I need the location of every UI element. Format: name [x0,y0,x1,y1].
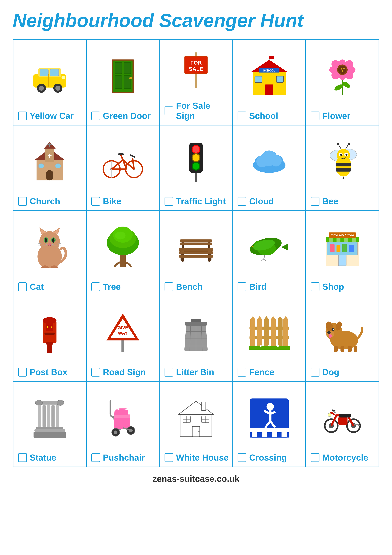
checkbox-post-box[interactable] [18,368,27,377]
cell-church: Church [13,125,86,211]
label-church: Church [30,196,60,206]
svg-line-78 [121,155,123,160]
label-bench: Bench [176,282,203,292]
checkbox-for-sale-sign[interactable] [164,106,173,115]
checkbox-statue[interactable] [18,453,27,462]
svg-rect-54 [47,144,52,145]
checkbox-crossing[interactable] [238,453,246,462]
checkbox-tree[interactable] [91,282,100,291]
checkbox-pushchair[interactable] [91,453,100,462]
cell-white-house: White House [159,381,233,467]
svg-rect-257 [282,428,287,437]
cell-fence: Fence [233,296,306,381]
svg-point-214 [329,334,332,338]
svg-rect-140 [179,255,213,257]
svg-rect-194 [264,319,269,347]
svg-rect-254 [252,428,257,437]
checkbox-road-sign[interactable] [91,368,100,377]
checkbox-bike[interactable] [91,197,100,206]
cell-dog: Dog [306,296,379,381]
checkbox-flower[interactable] [311,111,320,120]
cell-green-door: Green Door [86,40,159,125]
svg-marker-201 [283,316,288,319]
svg-rect-157 [336,237,340,242]
svg-rect-8 [62,76,65,79]
checkbox-motorcycle[interactable] [311,453,320,462]
checkbox-yellow-car[interactable] [18,111,27,120]
footer-text: zenas-suitcase.co.uk [13,474,379,484]
svg-point-108 [337,143,339,145]
checkbox-shop[interactable] [311,282,320,291]
cell-school: SCHOOL School [233,40,306,125]
svg-rect-27 [269,56,274,59]
svg-point-7 [56,86,60,90]
svg-point-211 [327,331,330,334]
svg-rect-229 [34,432,66,438]
svg-point-213 [333,329,334,330]
checkbox-traffic-light[interactable] [164,197,173,206]
svg-rect-100 [336,163,351,166]
checkbox-bench[interactable] [164,282,173,291]
checkbox-white-house[interactable] [164,453,173,462]
svg-point-121 [52,238,55,242]
checkbox-litter-bin[interactable] [164,368,173,377]
cell-road-sign: GIVE WAY Road Sign [86,296,159,381]
checkbox-bee[interactable] [311,197,320,206]
label-road-sign: Road Sign [103,367,146,377]
svg-point-203 [260,345,262,347]
label-litter-bin: Litter Bin [176,367,214,377]
label-for-sale-sign: For Sale Sign [176,101,229,121]
checkbox-fence[interactable] [238,368,246,377]
checkbox-cat[interactable] [18,282,27,291]
checkbox-green-door[interactable] [91,111,100,120]
svg-rect-30 [276,76,284,82]
checkbox-dog[interactable] [311,368,320,377]
cell-tree: Tree [86,211,159,296]
svg-text:ER: ER [47,325,52,329]
svg-rect-141 [180,239,212,242]
svg-rect-192 [257,319,262,347]
svg-rect-225 [51,405,55,428]
svg-marker-199 [278,316,282,319]
svg-rect-226 [56,405,59,428]
svg-point-272 [328,413,331,416]
label-school: School [249,111,278,121]
svg-rect-196 [271,319,276,347]
svg-rect-172 [47,344,52,353]
cell-litter-bin: Litter Bin [159,296,233,381]
label-statue: Statue [30,453,56,463]
svg-rect-189 [249,336,289,339]
svg-point-169 [43,317,57,324]
svg-rect-216 [341,346,344,352]
checkbox-school[interactable] [238,111,246,120]
label-crossing: Crossing [249,453,287,463]
svg-rect-202 [249,346,290,350]
label-pushchair: Pushchair [103,453,145,463]
svg-point-16 [129,77,132,80]
label-yellow-car: Yellow Car [30,111,74,121]
svg-line-153 [264,259,266,261]
svg-rect-200 [283,319,288,347]
svg-point-5 [39,86,44,90]
svg-rect-55 [46,170,53,180]
label-tree: Tree [103,282,121,292]
svg-point-106 [345,154,347,156]
checkbox-bird[interactable] [238,282,246,291]
label-bee: Bee [322,196,338,206]
svg-point-85 [192,146,199,153]
svg-rect-57 [55,163,61,168]
svg-rect-28 [265,85,273,95]
svg-rect-223 [43,405,46,428]
svg-point-122 [48,243,51,245]
svg-point-96 [270,155,282,167]
checkbox-church[interactable] [18,197,27,206]
cell-bench: Bench [159,211,233,296]
svg-rect-56 [38,163,44,168]
svg-point-46 [341,68,342,69]
svg-rect-215 [334,345,338,352]
svg-point-133 [115,232,126,239]
svg-rect-188 [249,327,289,330]
svg-line-271 [332,410,335,410]
checkbox-cloud[interactable] [238,197,246,206]
svg-rect-190 [250,319,255,347]
